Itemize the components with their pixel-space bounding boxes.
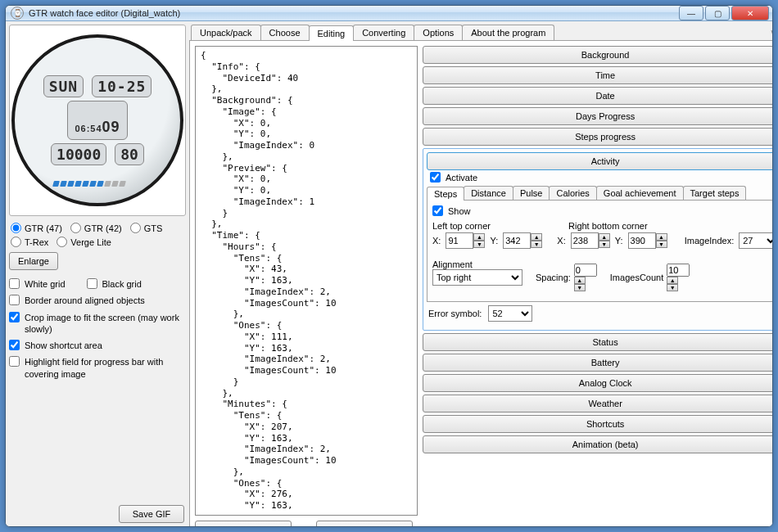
input-y1[interactable] <box>503 232 531 249</box>
check-border-aligned[interactable]: Border around aligned objects <box>9 295 186 306</box>
radio-gtr42[interactable]: GTR (42) <box>70 223 122 233</box>
check-activate[interactable]: Activate <box>430 172 773 183</box>
input-x1[interactable] <box>446 232 473 249</box>
prop-steps-progress[interactable]: Steps progress <box>423 128 773 146</box>
prop-date[interactable]: Date <box>423 87 773 105</box>
radio-gtr47[interactable]: GTR (47) <box>11 223 62 233</box>
prop-animation[interactable]: Animation (beta) <box>423 435 773 453</box>
check-highlight[interactable]: Highlight field for progress bar with co… <box>9 356 186 380</box>
check-black-grid[interactable]: Black grid <box>87 278 142 290</box>
window-title: GTR watch face editor (Digital_watch) <box>29 8 679 18</box>
prop-time[interactable]: Time <box>423 66 773 84</box>
input-imagescount[interactable] <box>667 264 690 277</box>
save-png-button[interactable]: Save PNG <box>119 526 184 527</box>
close-button[interactable]: ✕ <box>731 6 769 20</box>
select-imageindex[interactable]: 27 <box>739 232 773 249</box>
watch-time: 06:5409 <box>67 101 127 140</box>
label-alignment: Alignment <box>432 259 522 269</box>
watch-bpm: 80 <box>115 143 144 165</box>
radio-gts[interactable]: GTS <box>130 223 163 233</box>
watch-steps: 10000 <box>51 143 106 165</box>
prop-battery[interactable]: Battery <box>423 354 773 372</box>
tab-converting[interactable]: Converting <box>353 25 414 40</box>
check-crop[interactable]: Crop image to fit the screen (may work s… <box>9 312 186 336</box>
select-error-symbol[interactable]: 52 <box>488 305 532 322</box>
label-left-top: Left top corner <box>432 221 555 231</box>
watch-progress-arc <box>52 178 142 188</box>
activity-subtabs: Steps Distance Pulse Calories Goal achie… <box>427 186 773 201</box>
tab-about[interactable]: About the program <box>462 25 554 40</box>
minimize-button[interactable]: — <box>679 6 703 20</box>
subtab-distance[interactable]: Distance <box>464 186 513 200</box>
prop-analog-clock[interactable]: Analog Clock <box>423 374 773 392</box>
watch-weekday: SUN <box>43 75 84 97</box>
subtab-pulse[interactable]: Pulse <box>513 186 550 200</box>
check-shortcut[interactable]: Show shortcut area <box>9 340 186 351</box>
tab-choose[interactable]: Choose <box>260 25 310 40</box>
tab-unpack[interactable]: Unpack/pack <box>191 25 261 40</box>
enlarge-button[interactable]: Enlarge <box>9 252 58 270</box>
apply-changes-button[interactable]: Apply changes <box>195 521 292 527</box>
radio-verge[interactable]: Verge Lite <box>57 237 111 247</box>
label-error-symbol: Error symbol: <box>428 309 482 318</box>
preview-frame: SUN 10-25 06:5409 10000 80 <box>9 25 186 216</box>
titlebar: ⌚ GTR watch face editor (Digital_watch) … <box>6 6 772 21</box>
check-show[interactable]: Show <box>432 205 773 216</box>
input-y2[interactable] <box>628 232 656 249</box>
version-label: v 8.5 <box>771 28 773 37</box>
tab-options[interactable]: Options <box>414 25 463 40</box>
prop-activity[interactable]: Activity <box>427 152 773 170</box>
model-radio-group: GTR (47) GTR (42) GTS T-Rex Verge Lite <box>9 223 186 247</box>
prop-background[interactable]: Background <box>423 46 773 64</box>
save-gif-button[interactable]: Save GIF <box>119 505 184 523</box>
watch-preview: SUN 10-25 06:5409 10000 80 <box>11 34 183 206</box>
check-white-grid[interactable]: White grid <box>9 278 66 290</box>
prop-weather[interactable]: Weather <box>423 394 773 413</box>
label-right-bottom: Right bottom corner <box>568 221 648 231</box>
subtab-goal[interactable]: Goal achievement <box>596 186 684 200</box>
app-icon: ⌚ <box>11 7 24 20</box>
subtab-target[interactable]: Target steps <box>683 186 747 200</box>
label-imagescount: ImagesCount <box>610 273 663 282</box>
label-spacing: Spacing: <box>536 273 571 282</box>
spinner-imagescount[interactable]: ▲▼ <box>667 277 690 291</box>
spinner-y2[interactable]: ▲▼ <box>656 233 667 248</box>
select-alignment[interactable]: Top right <box>432 269 522 286</box>
subtab-steps[interactable]: Steps <box>427 187 464 201</box>
subtab-calories[interactable]: Calories <box>549 186 596 200</box>
spinner-x2[interactable]: ▲▼ <box>599 233 610 248</box>
prop-days-progress[interactable]: Days Progress <box>423 107 773 125</box>
prop-status[interactable]: Status <box>423 333 773 351</box>
input-x2[interactable] <box>571 232 599 249</box>
spinner-spacing[interactable]: ▲▼ <box>574 277 597 291</box>
maximize-button[interactable]: ▢ <box>705 6 730 20</box>
spinner-y1[interactable]: ▲▼ <box>531 233 542 248</box>
json-editor[interactable]: { "Info": { "DeviceId": 40 }, "Backgroun… <box>195 46 418 516</box>
input-spacing[interactable] <box>574 264 597 277</box>
prop-shortcuts[interactable]: Shortcuts <box>423 415 773 433</box>
watch-date: 10-25 <box>92 75 152 97</box>
label-imageindex: ImageIndex: <box>685 236 735 246</box>
save-json-button[interactable]: Save Json <box>316 521 413 527</box>
activity-group: Activity Activate Steps Distance Pulse C… <box>423 148 773 331</box>
main-tabstrip: Unpack/pack Choose Editing Converting Op… <box>189 25 773 41</box>
tab-editing[interactable]: Editing <box>309 25 355 41</box>
spinner-x1[interactable]: ▲▼ <box>473 233 485 248</box>
radio-trex[interactable]: T-Rex <box>11 237 48 247</box>
